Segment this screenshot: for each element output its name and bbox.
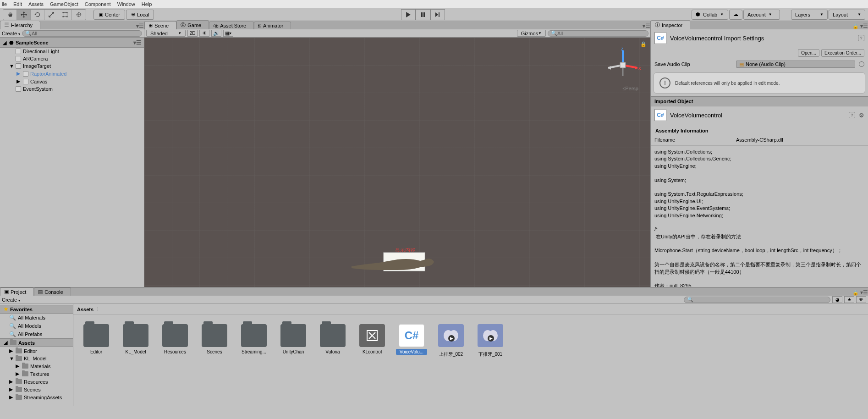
fav-all-models[interactable]: 🔍All Models <box>0 322 73 330</box>
transform-tool[interactable] <box>72 10 86 20</box>
layers-dropdown[interactable]: Layers▼ <box>791 10 828 20</box>
tab-animator[interactable]: ⎘Animator <box>254 22 291 29</box>
fx-toggle[interactable]: ▦▾ <box>223 30 233 37</box>
hierarchy-search[interactable]: 🔍All <box>22 30 142 37</box>
tree-item-textures[interactable]: ▶Textures <box>0 370 73 378</box>
help-icon[interactable]: ? <box>849 112 855 118</box>
asset-vuforia[interactable]: Vuforia <box>317 324 348 355</box>
inspector-tab[interactable]: ⓘInspector <box>651 20 690 29</box>
asset-streaming-[interactable]: Streaming... <box>238 324 269 355</box>
menu-assets[interactable]: Assets <box>28 1 44 7</box>
scene-object-raptor[interactable]: 显示内容 <box>347 248 448 273</box>
tab-game[interactable]: ⓒGame <box>176 20 209 29</box>
asset-editor[interactable]: Editor <box>81 324 112 355</box>
pivot-center-button[interactable]: ▣ Center <box>93 10 125 20</box>
lock-icon[interactable]: 🔒 <box>640 41 647 47</box>
menu-component[interactable]: Component <box>85 1 111 7</box>
scene-header[interactable]: ◢ ⬣ SampleScene ▾☰ <box>0 38 144 48</box>
asset--002[interactable]: ▶上排牙_002 <box>435 324 467 358</box>
help-icon[interactable]: ? <box>858 35 864 41</box>
collab-dropdown[interactable]: ⬢Collab▼ <box>692 10 728 20</box>
asset--001[interactable]: ▶下排牙_001 <box>475 324 506 358</box>
hierarchy-item-eventsystem[interactable]: EventSystem <box>0 85 144 93</box>
assets-header[interactable]: ◢Assets <box>0 338 73 347</box>
asset-voicevolu-[interactable]: C#VoiceVolu... <box>396 324 427 355</box>
tree-item-materials[interactable]: ▶Materials <box>0 362 73 370</box>
open-button[interactable]: Open... <box>798 49 819 57</box>
hierarchy-item-directional-light[interactable]: Directional Light <box>0 48 144 55</box>
fav-all-prefabs[interactable]: 🔍All Prefabs <box>0 330 73 338</box>
shading-mode-dropdown[interactable]: Shaded ▼ <box>146 30 186 37</box>
hand-tool[interactable] <box>3 10 17 20</box>
audio-clip-field[interactable]: ▤None (Audio Clip) <box>736 61 855 68</box>
console-icon: ▤ <box>38 289 43 295</box>
hierarchy-tab[interactable]: ☰Hierarchy <box>0 21 40 29</box>
store-icon: 🛍 <box>213 23 218 28</box>
tab-asset-store[interactable]: 🛍Asset Store <box>209 22 254 29</box>
execution-order-button[interactable]: Execution Order... <box>821 49 864 57</box>
hierarchy-item-canvas[interactable]: ▶Canvas <box>0 77 144 85</box>
menu-window[interactable]: Window <box>117 1 135 7</box>
panel-menu-icon[interactable]: ▾☰ <box>136 23 144 29</box>
tree-item-editor[interactable]: ▶Editor <box>0 347 73 355</box>
asset-scenes[interactable]: Scenes <box>199 324 230 355</box>
perspective-label[interactable]: ≤Persp <box>622 86 638 91</box>
project-search[interactable]: 🔍 <box>684 297 830 303</box>
account-dropdown[interactable]: Account▼ <box>743 10 780 20</box>
asset-kl-model[interactable]: KL_Model <box>120 324 151 355</box>
tree-item-resources[interactable]: ▶Resources <box>0 378 73 386</box>
rect-tool[interactable] <box>58 10 72 20</box>
scene-menu-icon[interactable]: ▾☰ <box>133 39 141 46</box>
favorites-header[interactable]: ★Favorites <box>0 305 73 314</box>
lock-icon[interactable]: 🔒 <box>852 290 859 296</box>
cloud-button[interactable]: ☁ <box>729 10 742 20</box>
pause-button[interactable] <box>416 9 430 20</box>
asset-klcontrol[interactable]: KLcontrol <box>357 324 388 355</box>
gear-icon[interactable]: ⚙ <box>859 112 864 119</box>
scale-tool[interactable] <box>44 10 58 20</box>
folder-icon <box>320 324 346 347</box>
menu-edit[interactable]: Edit <box>13 1 22 7</box>
breadcrumb[interactable]: Assets〉 <box>73 304 868 315</box>
asset-resources[interactable]: Resources <box>159 324 191 355</box>
panel-menu-icon[interactable]: ▾☰ <box>860 23 868 29</box>
fav-all-materials[interactable]: 🔍All Materials <box>0 314 73 322</box>
hierarchy-item-raptoranimated[interactable]: ▶RaptorAnimated <box>0 70 144 77</box>
layout-dropdown[interactable]: Layout▼ <box>829 10 865 20</box>
fav-filter-button[interactable]: ★ <box>844 296 854 303</box>
create-dropdown[interactable]: Create ▾ <box>2 31 20 36</box>
lock-icon[interactable]: 🔒 <box>852 23 859 29</box>
project-tab[interactable]: ▣Project <box>0 287 34 296</box>
tree-item-scenes[interactable]: ▶Scenes <box>0 386 73 393</box>
orientation-gizmo[interactable]: z x <box>604 47 641 83</box>
tab-scene[interactable]: ⊞Scene <box>144 21 176 29</box>
panel-menu-icon[interactable]: ▾☰ <box>643 23 650 29</box>
menu-help[interactable]: Help <box>142 1 152 7</box>
pivot-local-button[interactable]: ⊕ Local <box>126 10 154 20</box>
scene-viewport[interactable]: 🔒 z x ≤Persp 显示内容 <box>144 38 650 287</box>
audio-toggle[interactable]: 🔊 <box>211 30 221 37</box>
play-button[interactable] <box>401 9 416 20</box>
object-picker-button[interactable] <box>859 61 864 67</box>
menu-file[interactable]: ile <box>2 1 7 7</box>
asset-unitychan[interactable]: UnityChan <box>278 324 309 355</box>
foldout-icon: ▶ <box>9 348 14 354</box>
hierarchy-item-arcamera[interactable]: ARCamera <box>0 55 144 62</box>
scene-search[interactable]: 🔍All <box>548 30 648 37</box>
gizmos-dropdown[interactable]: Gizmos ▼ <box>517 30 546 37</box>
step-button[interactable] <box>430 9 445 20</box>
console-tab[interactable]: ▤Console <box>34 287 71 296</box>
tree-item-kl_model[interactable]: ▼KL_Model <box>0 355 73 362</box>
tree-item-streamingassets[interactable]: ▶StreamingAssets <box>0 393 73 401</box>
panel-menu-icon[interactable]: ▾☰ <box>860 289 868 296</box>
create-dropdown[interactable]: Create ▾ <box>2 297 20 303</box>
2d-toggle[interactable]: 2D <box>187 30 198 37</box>
filter-button[interactable]: ◕ <box>832 296 842 303</box>
hierarchy-item-imagetarget[interactable]: ▼ImageTarget <box>0 62 144 70</box>
hidden-button[interactable]: 👁 <box>856 296 866 303</box>
lighting-toggle[interactable]: ☀ <box>199 30 209 37</box>
rotate-tool[interactable] <box>31 10 44 20</box>
cloud-icon: ☁ <box>733 11 738 17</box>
menu-gameobject[interactable]: GameObject <box>50 1 78 7</box>
move-tool[interactable] <box>17 10 31 20</box>
